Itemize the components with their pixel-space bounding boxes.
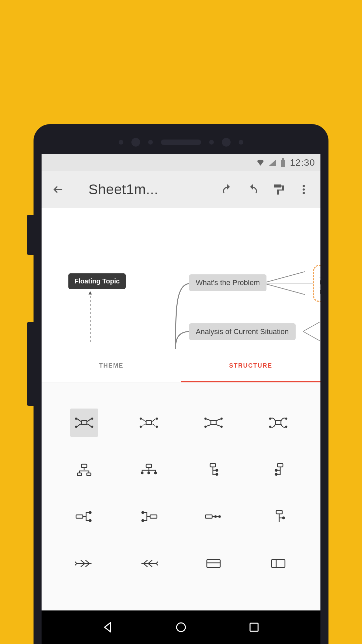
clock-text: 12:30 — [290, 157, 315, 168]
svg-point-42 — [142, 512, 144, 514]
structure-option-9[interactable] — [52, 493, 116, 540]
svg-rect-38 — [76, 515, 83, 518]
android-nav-bar — [42, 610, 320, 644]
structure-option-10[interactable] — [116, 493, 181, 540]
svg-rect-27 — [87, 473, 91, 476]
svg-rect-10 — [146, 421, 152, 425]
structure-option-3[interactable] — [181, 399, 246, 446]
redo-button[interactable] — [244, 181, 261, 198]
svg-rect-5 — [81, 421, 87, 425]
callout-item: Th — [319, 270, 320, 278]
svg-point-11 — [140, 418, 141, 419]
structure-option-13[interactable] — [52, 540, 116, 587]
svg-point-19 — [221, 426, 222, 427]
mindmap-callout[interactable]: Th Ide Fin — [313, 265, 320, 302]
svg-point-39 — [89, 512, 91, 514]
mindmap-node-analysis[interactable]: Analysis of Current Situation — [189, 323, 296, 340]
svg-rect-41 — [150, 515, 157, 518]
structure-option-15[interactable] — [181, 540, 246, 587]
svg-point-40 — [89, 520, 91, 522]
structure-option-2[interactable] — [116, 399, 181, 446]
structure-option-7[interactable] — [181, 446, 246, 493]
svg-point-43 — [142, 520, 144, 522]
structure-grid — [42, 382, 320, 610]
svg-point-33 — [216, 469, 218, 471]
structure-option-12[interactable] — [246, 493, 310, 540]
svg-point-12 — [140, 426, 141, 427]
callout-item: Ide — [319, 280, 320, 287]
undo-button[interactable] — [219, 181, 236, 198]
structure-option-1[interactable] — [52, 399, 116, 446]
android-status-bar: 12:30 — [42, 154, 320, 171]
svg-point-34 — [216, 473, 218, 475]
svg-point-36 — [275, 469, 277, 471]
structure-option-11[interactable] — [181, 493, 246, 540]
svg-rect-50 — [272, 559, 285, 568]
svg-rect-35 — [278, 464, 283, 467]
structure-option-4[interactable] — [246, 399, 310, 446]
svg-point-22 — [269, 426, 271, 427]
svg-rect-15 — [211, 421, 216, 425]
svg-point-29 — [141, 472, 143, 474]
callout-item: Fin — [319, 289, 320, 297]
svg-rect-28 — [146, 464, 152, 468]
svg-rect-47 — [276, 511, 282, 514]
svg-point-18 — [221, 418, 222, 419]
svg-point-16 — [205, 418, 206, 419]
structure-option-5[interactable] — [52, 446, 116, 493]
svg-rect-25 — [81, 464, 87, 468]
nav-home-icon[interactable] — [174, 621, 188, 634]
app-toolbar: Sheet1m... — [42, 171, 320, 208]
svg-rect-44 — [205, 515, 212, 518]
battery-icon — [281, 158, 286, 167]
svg-point-23 — [286, 418, 287, 419]
svg-point-9 — [92, 426, 93, 427]
more-button[interactable] — [295, 181, 312, 198]
svg-point-17 — [205, 426, 206, 427]
svg-point-8 — [92, 418, 93, 419]
nav-back-icon[interactable] — [101, 621, 115, 634]
svg-point-46 — [219, 516, 220, 518]
floating-topic-node[interactable]: Floating Topic — [68, 273, 126, 289]
svg-rect-52 — [250, 623, 258, 631]
phone-frame: 12:30 Sheet1m... — [34, 124, 328, 644]
svg-point-6 — [75, 418, 77, 419]
svg-point-37 — [275, 473, 277, 475]
svg-point-30 — [148, 472, 150, 474]
mindmap-node-problem[interactable]: What's the Problem — [189, 274, 266, 291]
signal-icon — [268, 159, 277, 166]
svg-point-7 — [75, 426, 77, 427]
svg-point-13 — [156, 418, 158, 419]
structure-option-8[interactable] — [246, 446, 310, 493]
svg-point-31 — [155, 472, 157, 474]
tab-structure[interactable]: STRUCTURE — [181, 349, 320, 382]
svg-rect-1 — [282, 158, 284, 160]
structure-option-6[interactable] — [116, 446, 181, 493]
svg-point-14 — [156, 426, 158, 427]
back-button[interactable] — [50, 181, 67, 198]
svg-point-24 — [286, 426, 287, 427]
wifi-icon — [256, 159, 264, 166]
format-button[interactable] — [269, 181, 287, 198]
structure-option-14[interactable] — [116, 540, 181, 587]
page-title: Sheet1m... — [75, 181, 210, 198]
tab-theme[interactable]: THEME — [42, 349, 181, 382]
svg-rect-32 — [210, 464, 216, 467]
svg-point-4 — [303, 192, 305, 194]
svg-rect-49 — [207, 559, 220, 568]
svg-point-21 — [269, 418, 271, 419]
svg-point-2 — [303, 185, 305, 187]
svg-point-3 — [303, 189, 305, 191]
mindmap-canvas[interactable]: Floating Topic What's the Problem Analys… — [42, 208, 320, 349]
svg-point-48 — [283, 517, 285, 519]
svg-point-51 — [177, 623, 185, 632]
structure-option-16[interactable] — [246, 540, 310, 587]
panel-tabs: THEME STRUCTURE — [42, 349, 320, 382]
svg-rect-0 — [281, 160, 285, 167]
nav-recent-icon[interactable] — [247, 621, 261, 634]
svg-point-45 — [215, 516, 216, 518]
svg-rect-26 — [77, 473, 81, 476]
svg-rect-20 — [276, 421, 281, 425]
phone-sensors — [34, 138, 328, 146]
screen: 12:30 Sheet1m... — [42, 154, 320, 644]
